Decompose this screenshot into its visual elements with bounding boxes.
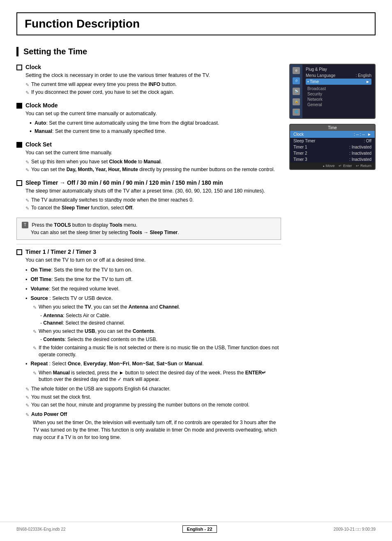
note-icon-8: ✎ <box>33 328 37 335</box>
tv-timer3-row: Timer 3 : Inactivated <box>290 156 375 163</box>
timer-title: Timer 1 / Timer 2 / Timer 3 <box>25 248 96 255</box>
footer-right: 2009-10-21 □□ 9:00:39 <box>334 527 376 532</box>
section-heading: Setting the Time <box>16 47 376 56</box>
sleep-note-2: To cancel the Sleep Timer function, sele… <box>31 204 134 211</box>
bullet-dot-2: • <box>30 128 32 135</box>
extra-note-3: You can set the hour, minute and program… <box>31 402 249 409</box>
note-icon-9: ✎ <box>33 345 37 352</box>
tv-time-row: • Time ► <box>306 79 371 85</box>
clock-text: Setting the clock is necessary in order … <box>25 72 281 79</box>
tv-broadcast: Broadcast <box>306 86 371 91</box>
clock-set-text: You can set the current time manually. <box>25 149 281 157</box>
tv-icon-5: 🌐 <box>293 109 300 116</box>
tv-icon-4: 🔒 <box>293 98 300 105</box>
info-box-line1: T Press the TOOLS button to display Tool… <box>22 221 276 229</box>
bullet-dot-1: • <box>30 119 32 127</box>
tv-menu-content-top: Plug & Play Menu Language : English • Ti… <box>302 65 375 118</box>
tv-ui-top: ⚙ ⏱ 📡 🔒 🌐 Plug & Play Menu Language <box>289 64 376 119</box>
tv-security: Security <box>306 91 371 97</box>
clock-row-arrow: ► <box>367 132 371 137</box>
timer-on-time: • On Time: Sets the time for the TV to t… <box>25 266 281 274</box>
clock-block: Clock Setting the clock is necessary in … <box>16 64 281 96</box>
clock-mode-auto: Auto: Set the current time automatically… <box>35 119 219 127</box>
contents-note: - Contents: Selects the desired contents… <box>33 336 281 343</box>
clock-set-block: Clock Set You can set the current time m… <box>16 141 281 174</box>
note-icon-14: ✎ <box>25 411 29 418</box>
timer-intro: You can set the TV to turn on or off at … <box>25 256 281 264</box>
tv-timer2-row: Timer 2 : Inactivated <box>290 150 375 156</box>
footer-center: English - 22 <box>182 525 217 533</box>
clock-row-label: Clock <box>293 132 304 137</box>
note-icon-5: ✎ <box>25 197 29 204</box>
timer3-value: : Inactivated <box>349 157 371 162</box>
clock-note-2: If you disconnect the power cord, you ha… <box>31 89 174 96</box>
extra-note-2: You must set the clock first. <box>31 394 91 401</box>
footer-left: BN68-02333K-Eng.indb 22 <box>16 527 66 532</box>
tv-enter-label: ↵ Enter <box>339 164 352 168</box>
section-divider <box>16 244 281 244</box>
clock-set-note-2: You can set the Day, Month, Year, Hour, … <box>31 166 275 173</box>
timer1-value: : Inactivated <box>349 145 371 149</box>
timer3-label: Timer 3 <box>293 157 307 162</box>
folder-note: If the folder containing a music file is… <box>39 344 281 358</box>
clock-mode-manual: Manual: Set the current time to a manual… <box>35 128 166 135</box>
tv-general: General <box>306 102 371 107</box>
menu-lang-value: : English <box>356 73 371 78</box>
info-box-line2: You can also set the sleep timer by sele… <box>22 229 276 236</box>
dot-2: • <box>25 276 27 284</box>
tv-bottom-bar: ⬥ Move ↵ Enter ↩ Return <box>290 163 375 169</box>
tv-top-row: Plug & Play <box>306 67 371 72</box>
tv-section-title: Time <box>290 125 375 131</box>
left-column: Clock Setting the clock is necessary in … <box>16 64 281 447</box>
dot-3: • <box>25 286 27 293</box>
sleep-note-1: The TV automatically switches to standby… <box>31 197 194 204</box>
antenna-note: - Antenna: Selects Air or Cable. - Chann… <box>33 312 281 327</box>
clock-mode-bullet-1: • Auto: Set the current time automatical… <box>30 119 281 127</box>
auto-power-off-block: ✎ Auto Power Off When you set the timer … <box>25 411 281 441</box>
clock-note-1: The current time will appear every time … <box>31 81 177 88</box>
clock-mode-bullet-2: • Manual: Set the current time to a manu… <box>30 128 281 135</box>
sleep-timer-title: Sleep Timer → Off / 30 min / 60 min / 90… <box>25 179 223 186</box>
repeat-note-wrapper: ✎ When Manual is selected, press the ► b… <box>33 369 281 383</box>
time-arrow: ► <box>366 79 370 84</box>
tv-move-label: ⬥ Move <box>323 164 335 168</box>
dot-5: • <box>25 360 27 368</box>
note-icon-7: ✎ <box>33 304 37 311</box>
tv-ui-bottom: Time Clock : -- : -- ► Sleep Timer : Off… <box>289 124 376 170</box>
tv-icon-1: ⚙ <box>293 67 300 74</box>
timer-body: You can set the TV to turn on or off at … <box>16 256 281 441</box>
clock-set-title: Clock Set <box>25 141 52 148</box>
sleep-timer-text: The sleep timer automatically shuts off … <box>25 187 281 195</box>
clock-mode-text: You can set up the current time manually… <box>25 110 281 118</box>
timer-off-time: • Off Time: Sets the time for the TV to … <box>25 276 281 284</box>
source-notes: ✎ When you select the TV, you can set th… <box>33 304 281 358</box>
sleep-timer-block: Sleep Timer → Off / 30 min / 60 min / 90… <box>16 179 281 212</box>
timer2-label: Timer 2 <box>293 151 307 156</box>
timer-block: Timer 1 / Timer 2 / Timer 3 You can set … <box>16 248 281 441</box>
note-icon-13: ✎ <box>25 402 29 409</box>
page-title: Function Description <box>25 17 140 30</box>
note-icon-3: ✎ <box>25 159 29 166</box>
timer-volume: • Volume: Set the required volume level. <box>25 285 281 293</box>
extra-note-1: The whole folder on the USB are supports… <box>31 385 171 392</box>
sleep-timer-body: The sleep timer automatically shuts off … <box>16 187 281 212</box>
tv-sidebar: ⚙ ⏱ 📡 🔒 🌐 <box>290 65 302 118</box>
square-icon-1 <box>16 103 22 109</box>
tv-timer1-row: Timer 1 : Inactivated <box>290 144 375 150</box>
tv-icon-3: 📡 <box>293 88 300 95</box>
clock-set-note-1: Set up this item when you have set Clock… <box>31 158 162 165</box>
auto-power-off-text: When you set the timer On, the televisio… <box>25 419 281 441</box>
usb-note-1: When you select the USB, you can set the… <box>39 328 155 335</box>
page-title-box: Function Description <box>16 12 376 35</box>
clock-mode-body: You can set up the current time manually… <box>16 110 281 135</box>
sleep-row-value: : Off <box>364 139 371 143</box>
tv-return-label: ↩ Return <box>356 164 371 168</box>
right-column: ⚙ ⏱ 📡 🔒 🌐 Plug & Play Menu Language <box>289 64 376 447</box>
note-icon-2: ✎ <box>25 89 29 96</box>
clock-title: Clock <box>25 64 41 70</box>
info-box: T Press the TOOLS button to display Tool… <box>16 218 281 240</box>
checkbox-icon-3 <box>16 249 22 255</box>
checkbox-icon-2 <box>16 180 22 186</box>
extra-notes: ✎ The whole folder on the USB are suppor… <box>25 385 281 409</box>
square-icon-2 <box>16 142 22 148</box>
